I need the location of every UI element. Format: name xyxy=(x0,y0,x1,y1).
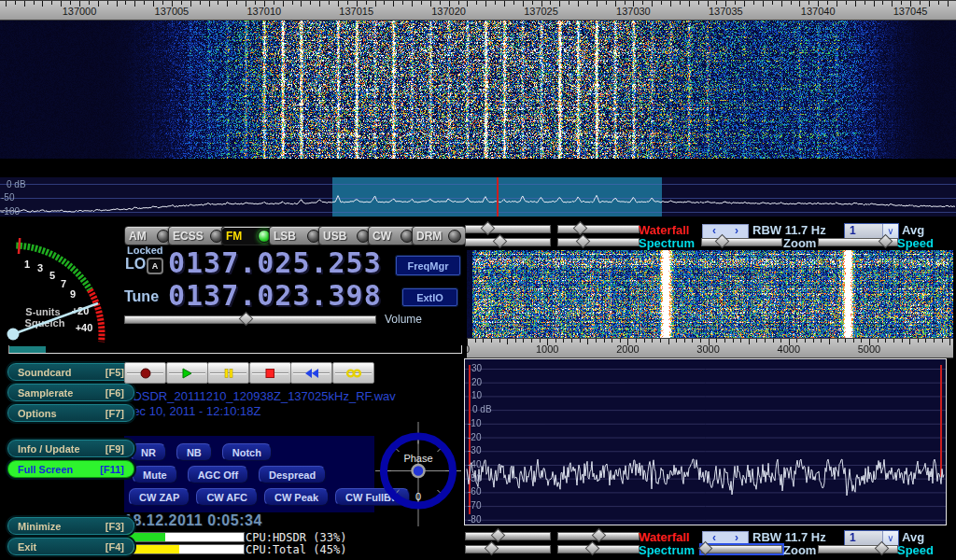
main-waterfall[interactable] xyxy=(0,0,956,159)
waterfall-contrast-slider[interactable] xyxy=(557,225,640,233)
spectrum-brightness-slider-thumb[interactable] xyxy=(493,234,508,249)
mode-label: ECSS xyxy=(173,230,204,243)
ruler-tick xyxy=(918,339,919,343)
mode-button-lsb[interactable]: LSB xyxy=(269,226,325,245)
ruler-tick xyxy=(227,1,228,7)
mode-button-ecss[interactable]: ECSS xyxy=(168,226,228,245)
hz-ruler-label: 3000 xyxy=(681,343,737,355)
ruler-tick xyxy=(125,1,126,5)
ruler-tick xyxy=(938,1,939,5)
hz-ruler[interactable]: 010002000300040005000 xyxy=(467,338,953,358)
menu-button-exit[interactable]: Exit[F4] xyxy=(7,538,134,555)
dsp-button-nb[interactable]: NB xyxy=(176,443,212,461)
squelch-marker[interactable] xyxy=(19,238,20,254)
ruler-tick xyxy=(499,339,500,343)
dsp-button-mute[interactable]: Mute xyxy=(133,466,177,483)
lo-frequency-display[interactable]: 0137.025.253 xyxy=(168,249,382,277)
ruler-tick xyxy=(209,1,210,7)
ruler-tick xyxy=(821,339,822,343)
menu-button-options[interactable]: Options[F7] xyxy=(7,404,134,422)
speed-slider[interactable] xyxy=(818,238,898,246)
waterfall-contrast-slider[interactable] xyxy=(557,532,640,540)
waterfall-contrast-slider-thumb[interactable] xyxy=(592,528,607,543)
dsp-button-cw-peak[interactable]: CW Peak xyxy=(264,488,329,506)
spinner-right-arrow-icon[interactable]: › xyxy=(725,225,748,239)
menu-button-soundcard[interactable]: Soundcard[F5] xyxy=(7,363,134,381)
ruler-tick xyxy=(597,1,598,7)
spectrum-contrast-slider-thumb[interactable] xyxy=(576,234,591,249)
ruler-tick xyxy=(491,339,492,343)
waterfall-brightness-slider[interactable] xyxy=(465,532,551,540)
dsp-button-agc-off[interactable]: AGC Off xyxy=(188,466,248,483)
ruler-tick xyxy=(531,339,532,343)
zoom-slider[interactable] xyxy=(701,238,782,246)
ruler-tick xyxy=(301,1,302,7)
stop-button[interactable] xyxy=(249,362,291,384)
dsp-button-despread[interactable]: Despread xyxy=(259,466,326,483)
lo-auto-badge[interactable]: A xyxy=(147,258,163,274)
spectrum-contrast-slider[interactable] xyxy=(557,238,640,246)
spectrum-contrast-slider-thumb[interactable] xyxy=(585,541,600,556)
ruler-tick xyxy=(523,339,524,343)
volume-slider[interactable] xyxy=(124,315,376,324)
dsp-button-cw-zap[interactable]: CW ZAP xyxy=(129,488,190,506)
tune-label: Tune xyxy=(124,288,159,305)
ruler-tick xyxy=(805,339,806,343)
waterfall-brightness-slider-thumb[interactable] xyxy=(480,221,495,236)
zoomed-waterfall[interactable] xyxy=(467,250,953,338)
db-axis-label: 30 xyxy=(471,363,482,373)
mode-button-fm[interactable]: FM xyxy=(221,226,275,245)
ruler-tick xyxy=(837,339,838,343)
menu-button-info-update[interactable]: Info / Update[F9] xyxy=(7,440,134,457)
waterfall-contrast-slider-thumb[interactable] xyxy=(573,221,588,236)
ruler-tick xyxy=(756,339,757,343)
record-button[interactable] xyxy=(124,362,166,384)
rewind-icon xyxy=(304,368,319,379)
spectrum-contrast-slider[interactable] xyxy=(557,545,640,553)
ruler-tick xyxy=(660,339,661,343)
ruler-tick xyxy=(218,1,218,5)
dsp-button-cw-afc[interactable]: CW AFC xyxy=(196,488,258,506)
main-spectrum[interactable] xyxy=(0,177,956,217)
dsp-panel: NRNBNotchMuteAGC OffDespreadCW ZAPCW AFC… xyxy=(124,436,374,512)
phase-value: 0 xyxy=(415,491,421,502)
mode-button-usb[interactable]: USB xyxy=(318,226,374,245)
freqmgr-button[interactable]: FreqMgr xyxy=(396,256,460,275)
waterfall-brightness-slider-thumb[interactable] xyxy=(491,528,506,543)
speed-slider[interactable] xyxy=(818,545,898,553)
menu-button-full-screen[interactable]: Full Screen[F11] xyxy=(7,460,134,478)
ruler-tick xyxy=(347,1,348,5)
spinner-right-arrow-icon[interactable]: › xyxy=(725,532,748,546)
s-meter[interactable]: 1 3 5 7 9 +20 +40 S-units Squelch xyxy=(2,222,121,347)
dsp-button-notch[interactable]: Notch xyxy=(222,443,272,461)
loop-button[interactable] xyxy=(332,362,374,384)
spectrum-brightness-slider-thumb[interactable] xyxy=(485,541,499,556)
zoomed-spectrum-box[interactable]: 3020100 dB-10-20-30-40-50-60-70-80 xyxy=(464,358,947,525)
rewind-button[interactable] xyxy=(290,362,332,384)
waterfall-brightness-slider[interactable] xyxy=(465,225,551,233)
volume-slider-thumb[interactable] xyxy=(238,312,253,327)
main-frequency-ruler[interactable]: 1370001370051370101370151370201370251370… xyxy=(0,0,956,21)
ruler-tick xyxy=(796,339,797,343)
dsp-button-nr[interactable]: NR xyxy=(131,443,166,461)
extio-button[interactable]: ExtIO xyxy=(402,288,457,306)
ruler-tick xyxy=(772,1,773,5)
zoomed-spectrum[interactable] xyxy=(465,359,946,525)
menu-button-samplerate[interactable]: Samplerate[F6] xyxy=(7,384,134,401)
hdsdr-main-window: 1370001370051370101370151370201370251370… xyxy=(0,0,956,560)
mode-button-cw[interactable]: CW xyxy=(368,226,418,245)
ruler-tick xyxy=(550,1,551,5)
zoom-slider[interactable] xyxy=(701,545,782,553)
spectrum-brightness-slider[interactable] xyxy=(465,545,551,553)
pause-button[interactable] xyxy=(207,362,249,384)
mode-button-am[interactable]: AM xyxy=(124,226,175,245)
menu-button-minimize[interactable]: Minimize[F3] xyxy=(7,517,134,535)
ruler-tick xyxy=(507,339,508,344)
mode-button-drm[interactable]: DRM xyxy=(412,226,466,245)
cpu-hdsdr-label: CPU:HDSDR (33%) xyxy=(246,531,346,544)
s-meter-tick-label: 1 xyxy=(24,259,30,270)
play-button[interactable] xyxy=(166,362,208,384)
spectrum-brightness-slider[interactable] xyxy=(465,238,551,246)
tune-frequency-display[interactable]: 0137.023.398 xyxy=(168,282,382,310)
ruler-tick xyxy=(606,1,607,5)
